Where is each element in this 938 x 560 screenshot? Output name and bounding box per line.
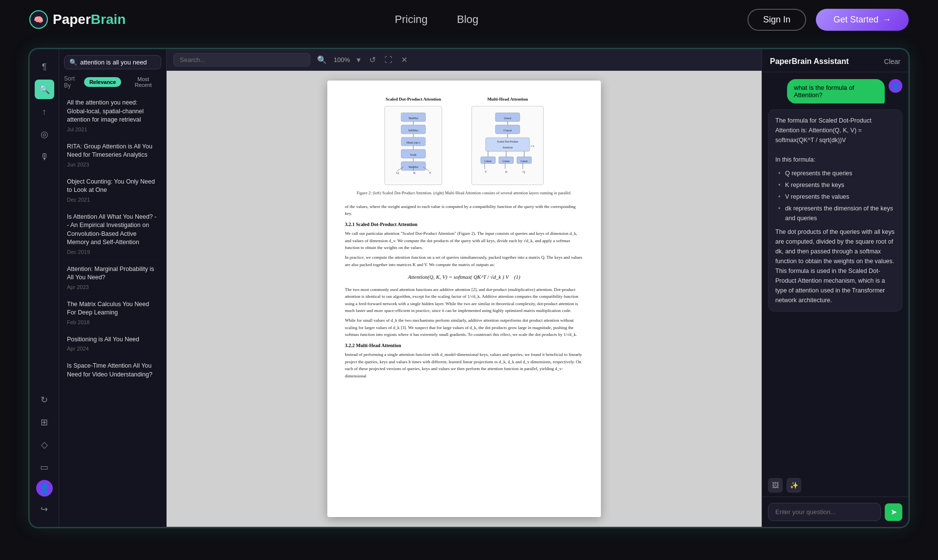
pdf-text-4: The two most commonly used attention fun… [345, 286, 583, 314]
list-item[interactable]: Is Space-Time Attention All You Need for… [64, 357, 161, 386]
pdf-zoom-level: 100% [334, 56, 350, 63]
list-item[interactable]: Attention: Marginal Probability is All Y… [64, 260, 161, 295]
sidebar-icon-grid[interactable]: ⊞ [35, 413, 54, 432]
svg-text:Linear: Linear [504, 117, 512, 120]
scaled-dot-diagram: MatMul SoftMax Mask (opt.) Scale [389, 110, 438, 179]
ai-list-item: K represents the keys [778, 180, 895, 190]
ai-magic-btn[interactable]: ✨ [787, 478, 801, 493]
list-item[interactable]: All the attention you need: Global-local… [64, 94, 161, 138]
svg-text:Linear: Linear [503, 160, 510, 163]
pdf-page: Scaled Dot-Product Attention MatMul Soft… [327, 81, 601, 517]
pdf-search-input[interactable] [173, 53, 310, 66]
pdf-text-6: Instead of performing a single attention… [345, 351, 583, 379]
sidebar-icon-exit[interactable]: ↪ [35, 499, 54, 519]
ai-in-formula: In this formula: [775, 156, 815, 163]
navbar: 🧠 PaperBrain Pricing Blog Sign In Get St… [0, 0, 938, 39]
sort-label: Sort By [64, 75, 80, 89]
ai-image-btn[interactable]: 🖼 [768, 478, 783, 493]
pdf-text-5: While for small values of d_k the two me… [345, 317, 583, 338]
svg-text:Q: Q [396, 171, 399, 175]
nav-links: Pricing Blog [395, 13, 478, 26]
multihead-diagram: Linear Concat Scaled Dot-Product Attenti… [476, 110, 539, 179]
diagram-left-svg: MatMul SoftMax Mask (opt.) Scale [384, 106, 442, 185]
ai-header: PaperBrain Assistant Clear [762, 49, 908, 72]
send-button[interactable]: ➤ [885, 503, 902, 521]
pdf-fullscreen-icon[interactable]: ⛶ [383, 54, 394, 66]
pdf-text-2: We call our particular attention "Scaled… [345, 230, 583, 251]
ai-formula-list: Q represents the queriesK represents the… [775, 168, 895, 223]
sidebar-icon-card[interactable]: ▭ [35, 457, 54, 477]
svg-text:SoftMax: SoftMax [408, 129, 419, 132]
pdf-content: Scaled Dot-Product Attention MatMul Soft… [167, 71, 762, 527]
svg-text:Scaled Dot-Product: Scaled Dot-Product [497, 140, 518, 143]
sidebar-icon-diamond[interactable]: ◇ [35, 435, 54, 455]
ai-list-item: V represents the values [778, 192, 895, 202]
list-item[interactable]: Positioning is All You NeedApr 2024 [64, 331, 161, 357]
list-item[interactable]: Is Attention All What You Need? -- An Em… [64, 208, 161, 260]
sort-recent[interactable]: Most Recent [125, 74, 161, 90]
user-bubble: what is the formula of Attention? [787, 79, 885, 104]
pdf-close-icon[interactable]: ✕ [399, 53, 409, 66]
svg-text:MatMul: MatMul [408, 117, 418, 120]
signin-button[interactable]: Sign In [747, 9, 806, 31]
getstarted-button[interactable]: Get Started → [816, 9, 909, 31]
list-item[interactable]: Object Counting: You Only Need to Look a… [64, 173, 161, 208]
sidebar-icon-search[interactable]: 🔍 [35, 80, 54, 99]
list-item[interactable]: The Matrix Calculus You Need For Deep Le… [64, 295, 161, 331]
sidebar-icon-spinner[interactable]: ↻ [35, 390, 54, 410]
svg-text:V: V [429, 171, 431, 175]
svg-text:Attention: Attention [503, 146, 513, 149]
ai-list-item: Q represents the queries [778, 168, 895, 178]
svg-text:Q: Q [523, 170, 525, 173]
pdf-refresh-icon[interactable]: ↺ [367, 53, 378, 66]
nav-actions: Sign In Get Started → [747, 9, 909, 31]
sidebar-icon-user[interactable]: 👤 [36, 480, 53, 497]
ai-title: PaperBrain Assistant [770, 57, 849, 66]
nav-blog[interactable]: Blog [457, 13, 478, 26]
sort-row: Sort By Relevance Most Recent [59, 74, 166, 94]
ai-icon-row: 🖼 ✨ [762, 476, 908, 497]
pdf-formula: Attention(Q, K, V) = softmax( QK^T / √d_… [345, 273, 583, 281]
figure-caption: Figure 2: (left) Scaled Dot-Product Atte… [345, 190, 583, 196]
nav-pricing[interactable]: Pricing [395, 13, 427, 26]
ai-question-input[interactable] [768, 503, 881, 521]
ai-messages: what is the formula of Attention? 👤 The … [762, 72, 908, 476]
svg-text:V: V [485, 170, 487, 173]
user-message: what is the formula of Attention? 👤 [768, 79, 902, 104]
ai-detail: The dot products of the queries with all… [775, 228, 895, 304]
sort-relevance[interactable]: Relevance [84, 77, 121, 87]
main-wrapper: ¶ 🔍 ↑ ◎ 🎙 ↻ ⊞ ◇ ▭ 👤 ↪ 🔍 Sort By Relevanc… [0, 39, 938, 547]
search-input-wrapper: 🔍 [64, 55, 161, 69]
logo[interactable]: 🧠 PaperBrain [29, 10, 126, 29]
sidebar-icon-mic[interactable]: 🎙 [35, 147, 54, 166]
ai-list-item: dk represents the dimension of the keys … [778, 204, 895, 223]
search-input[interactable] [80, 59, 156, 66]
pdf-text-1: of the values, where the weight assigned… [345, 203, 583, 217]
pdf-zoom-icon: 🔍 [315, 53, 329, 66]
search-panel: 🔍 Sort By Relevance Most Recent All the … [59, 49, 167, 527]
sidebar-icon-upload[interactable]: ↑ [35, 102, 54, 122]
logo-text: PaperBrain [53, 12, 126, 27]
ai-input-row: ➤ [762, 497, 908, 527]
ai-response: The formula for Scaled Dot-Product Atten… [768, 109, 902, 311]
app-container: ¶ 🔍 ↑ ◎ 🎙 ↻ ⊞ ◇ ▭ 👤 ↪ 🔍 Sort By Relevanc… [29, 49, 909, 527]
pdf-text-3: In practice, we compute the attention fu… [345, 254, 583, 268]
clear-button[interactable]: Clear [884, 58, 900, 65]
diagram-multihead: Multi-Head Attention Linear Concat [471, 96, 544, 185]
ai-panel: PaperBrain Assistant Clear what is the f… [762, 49, 908, 527]
pdf-diagrams: Scaled Dot-Product Attention MatMul Soft… [345, 96, 583, 185]
pdf-viewer: 🔍 100% ▾ ↺ ⛶ ✕ Scaled Dot-Product Attent… [167, 49, 762, 527]
svg-text:x h: x h [531, 145, 534, 147]
sidebar-icon-paragraph[interactable]: ¶ [35, 57, 54, 77]
svg-text:K: K [413, 171, 416, 175]
ai-intro: The formula for Scaled Dot-Product Atten… [775, 117, 872, 144]
diagram-scaled-dot: Scaled Dot-Product Attention MatMul Soft… [384, 96, 442, 185]
sidebar-icon-location[interactable]: ◎ [35, 124, 54, 144]
user-avatar: 👤 [889, 79, 902, 93]
pdf-chevron-icon: ▾ [355, 53, 362, 66]
section-321: 3.2.1 Scaled Dot-Product Attention [345, 221, 583, 228]
paper-list: All the attention you need: Global-local… [59, 94, 166, 521]
search-icon-small: 🔍 [69, 59, 77, 66]
diagram-right-svg: Linear Concat Scaled Dot-Product Attenti… [471, 106, 544, 185]
list-item[interactable]: RITA: Group Attention is All You Need fo… [64, 138, 161, 173]
